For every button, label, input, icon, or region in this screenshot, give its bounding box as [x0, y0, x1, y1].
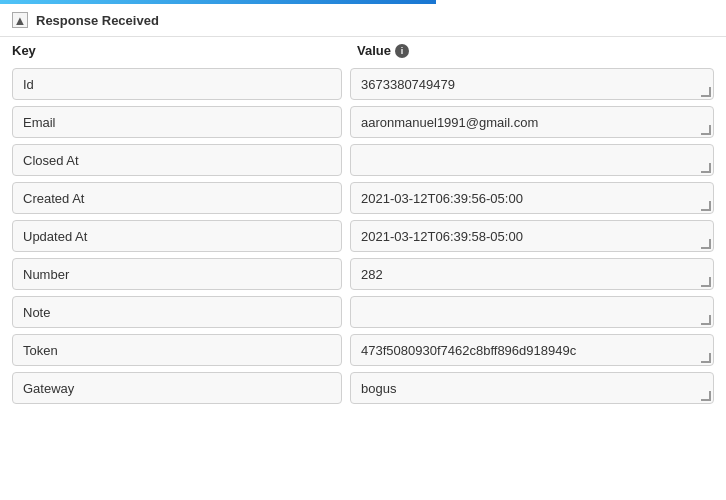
table-row: Emailaaronmanuel1991@gmail.com: [12, 106, 714, 138]
key-field: Token: [12, 334, 342, 366]
value-field[interactable]: 473f5080930f7462c8bff896d918949c: [350, 334, 714, 366]
key-field: Note: [12, 296, 342, 328]
key-field: Updated At: [12, 220, 342, 252]
section-header: ▲ Response Received: [0, 4, 726, 37]
table-row: Gatewaybogus: [12, 372, 714, 404]
table-row: Token473f5080930f7462c8bff896d918949c: [12, 334, 714, 366]
value-field[interactable]: 2021-03-12T06:39:58-05:00: [350, 220, 714, 252]
key-field: Closed At: [12, 144, 342, 176]
collapse-button[interactable]: ▲: [12, 12, 28, 28]
value-field[interactable]: 282: [350, 258, 714, 290]
value-field[interactable]: [350, 296, 714, 328]
value-field[interactable]: bogus: [350, 372, 714, 404]
value-column-header: Value i: [357, 43, 409, 58]
table-row: Note: [12, 296, 714, 328]
value-field[interactable]: [350, 144, 714, 176]
key-field: Email: [12, 106, 342, 138]
info-icon[interactable]: i: [395, 44, 409, 58]
column-headers: Key Value i: [0, 37, 726, 64]
value-field[interactable]: 2021-03-12T06:39:56-05:00: [350, 182, 714, 214]
table-row: Created At2021-03-12T06:39:56-05:00: [12, 182, 714, 214]
value-field[interactable]: 3673380749479: [350, 68, 714, 100]
key-column-header: Key: [12, 43, 357, 58]
collapse-icon: ▲: [14, 13, 27, 28]
section-title: Response Received: [36, 13, 159, 28]
key-field: Number: [12, 258, 342, 290]
key-field: Gateway: [12, 372, 342, 404]
key-field: Created At: [12, 182, 342, 214]
table-row: Id3673380749479: [12, 68, 714, 100]
key-field: Id: [12, 68, 342, 100]
value-field[interactable]: aaronmanuel1991@gmail.com: [350, 106, 714, 138]
response-content-area[interactable]: Id3673380749479Emailaaronmanuel1991@gmai…: [0, 64, 726, 494]
table-row: Closed At: [12, 144, 714, 176]
table-row: Updated At2021-03-12T06:39:58-05:00: [12, 220, 714, 252]
table-row: Number282: [12, 258, 714, 290]
value-header-label: Value: [357, 43, 391, 58]
